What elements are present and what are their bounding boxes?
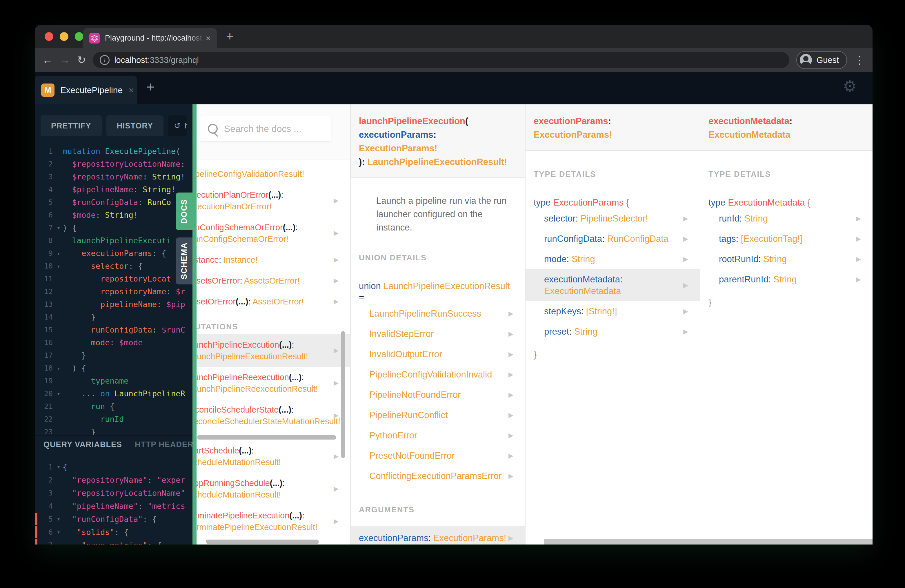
fold-arrow-icon[interactable]: ▾: [54, 387, 63, 400]
playground-new-tab-button[interactable]: +: [146, 79, 154, 95]
list-item-assetsOrError[interactable]: assetsOrError: AssetsOrError!▶: [197, 270, 350, 291]
field-description: Launch a pipeline run via the run launch…: [376, 194, 513, 234]
union-member-InvalidStepError[interactable]: InvalidStepError▶: [351, 324, 525, 344]
fold-gutter: [54, 234, 63, 247]
list-item-instance[interactable]: instance: Instance!▶: [197, 250, 350, 270]
browser-tab-title: Playground - http://localhost:3: [105, 33, 204, 43]
fold-arrow-icon[interactable]: ▾: [54, 461, 63, 474]
playground-tab-close-icon[interactable]: ×: [129, 85, 134, 96]
code-line: 1▾{: [35, 461, 192, 474]
zoom-window-button[interactable]: [75, 32, 84, 41]
list-item-stopRunningSchedule[interactable]: stopRunningSchedule(...): ScheduleMutati…: [197, 473, 350, 505]
union-member-InvalidOutputError[interactable]: InvalidOutputError▶: [351, 344, 525, 364]
fold-gutter: [54, 349, 63, 362]
site-info-icon[interactable]: i: [100, 55, 110, 65]
browser-tab-close-icon[interactable]: ×: [205, 33, 211, 43]
reload-icon[interactable]: ↻: [77, 55, 86, 65]
list-item-assetOrError[interactable]: assetOrError(...): AssetOrError!▶: [197, 291, 350, 312]
prettify-button[interactable]: PRETTIFY: [41, 115, 102, 136]
endpoint-input[interactable]: ↺ http://loc: [168, 115, 187, 136]
expand-arrow-icon: ▶: [508, 308, 513, 319]
fold-arrow-icon[interactable]: ▾: [54, 539, 63, 545]
back-icon[interactable]: ←: [42, 55, 53, 65]
tab-docs[interactable]: DOCS: [176, 192, 192, 230]
union-member-PresetNotFoundError[interactable]: PresetNotFoundError▶: [351, 446, 525, 466]
code-line: 8 launchPipelineExecuti: [35, 234, 192, 247]
fold-arrow-icon[interactable]: ▾: [54, 513, 63, 526]
list-item-terminatePipelineExecution[interactable]: terminatePipelineExecution(...): Termina…: [197, 505, 350, 537]
new-tab-button[interactable]: +: [226, 30, 233, 43]
fold-gutter: [54, 413, 63, 426]
browser-tab[interactable]: Playground - http://localhost:3 ×: [83, 28, 217, 48]
field-selector[interactable]: selector: PipelineSelector!▶: [526, 208, 700, 229]
docs-column-root: Search the docs ... PipelineConfigValida…: [197, 104, 351, 545]
list-item-startSchedule[interactable]: startSchedule(...): ScheduleMutationResu…: [197, 440, 350, 473]
tab-schema[interactable]: SCHEMA: [176, 237, 192, 284]
field-executionMetadata[interactable]: executionMetadata:ExecutionMetadata▶: [526, 269, 700, 301]
docs-vertical-scrollbar[interactable]: [341, 331, 345, 458]
argument-row[interactable]: executionParams: ExecutionParams!▶: [351, 526, 525, 545]
profile-button[interactable]: Guest: [796, 51, 847, 69]
endpoint-reload-icon[interactable]: ↺: [174, 121, 181, 130]
field-mode[interactable]: mode: String▶: [526, 249, 700, 269]
browser-menu-icon[interactable]: ⋮: [854, 54, 865, 67]
field-runConfigData[interactable]: runConfigData: RunConfigData▶: [526, 229, 700, 249]
union-member-LaunchPipelineRunSuccess[interactable]: LaunchPipelineRunSuccess▶: [351, 304, 525, 324]
variables-editor[interactable]: 1▾{2 "repositoryName": "exper3 "reposito…: [35, 461, 192, 545]
line-number: 6: [35, 526, 54, 539]
close-window-button[interactable]: [44, 32, 53, 41]
tab-query-variables[interactable]: QUERY VARIABLES: [43, 440, 122, 449]
line-number: 22: [35, 413, 54, 426]
fold-arrow-icon[interactable]: ▾: [54, 362, 63, 375]
address-bar[interactable]: i localhost:3333/graphql: [93, 52, 789, 68]
code-line: 5 $runConfigData: RunCo: [35, 196, 192, 209]
field-tags[interactable]: tags: [ExecutionTag!]▶: [700, 229, 873, 249]
list-item-runConfigSchemaOrError[interactable]: runConfigSchemaOrError(...): RunConfigSc…: [197, 217, 350, 250]
expand-arrow-icon: ▶: [333, 345, 338, 356]
list-item-executionPlanOrError[interactable]: executionPlanOrError(...): ExecutionPlan…: [197, 184, 350, 217]
union-member-PipelineConfigValidationInvalid[interactable]: PipelineConfigValidationInvalid▶: [351, 364, 525, 385]
field-preset[interactable]: preset: String▶: [526, 321, 700, 342]
docs-panel-edge[interactable]: [192, 104, 197, 545]
list-item[interactable]: PipelineConfigValidationResult!: [197, 164, 350, 184]
field-stepKeys[interactable]: stepKeys: [String!]▶: [526, 301, 700, 321]
history-button[interactable]: HISTORY: [106, 115, 164, 136]
docs-horizontal-scrollbar[interactable]: [206, 540, 319, 544]
minimize-window-button[interactable]: [60, 32, 68, 41]
settings-gear-icon[interactable]: ⚙: [843, 78, 857, 94]
playground-tab[interactable]: M ExecutePipeline ×: [35, 76, 137, 104]
fold-gutter: [54, 474, 63, 486]
field-rootRunId[interactable]: rootRunId: String▶: [700, 249, 873, 269]
query-editor[interactable]: 1mutation ExecutePipeline(2 $repositoryL…: [35, 145, 192, 439]
field-parentRunId[interactable]: parentRunId: String▶: [700, 269, 873, 290]
union-member-PipelineRunConflict[interactable]: PipelineRunConflict▶: [351, 405, 525, 425]
fold-arrow-icon[interactable]: ▾: [54, 526, 63, 539]
fold-gutter: [54, 375, 63, 387]
code-line: 19 __typename: [35, 375, 192, 387]
union-member-PipelineNotFoundError[interactable]: PipelineNotFoundError▶: [351, 385, 525, 405]
forward-icon[interactable]: →: [60, 55, 70, 65]
code-line: 20▾ ... on LaunchPipelineR: [35, 387, 192, 400]
code-line: 11 repositoryLocat: [35, 273, 192, 285]
horizontal-scrollbar[interactable]: [197, 435, 336, 440]
list-item-launchPipelineReexecution[interactable]: launchPipelineReexecution(...): LaunchPi…: [197, 367, 350, 399]
union-member-PythonError[interactable]: PythonError▶: [351, 425, 525, 446]
fold-arrow-icon[interactable]: ▾: [54, 247, 63, 260]
expand-arrow-icon: ▶: [508, 348, 513, 360]
list-item-launchPipelineExecution[interactable]: launchPipelineExecution(...): LaunchPipe…: [197, 334, 350, 367]
field-runId[interactable]: runId: String▶: [700, 208, 873, 229]
fold-arrow-icon[interactable]: ▾: [54, 221, 63, 234]
docs-bottom-scrollbar[interactable]: [544, 539, 873, 545]
union-member-ConflictingExecutionParamsError[interactable]: ConflictingExecutionParamsError▶: [351, 466, 525, 486]
code-line: 12 repositoryName: $r: [35, 285, 192, 298]
line-number: 21: [35, 400, 54, 413]
closing-brace: }: [526, 350, 700, 360]
fold-arrow-icon[interactable]: ▾: [54, 260, 63, 273]
expand-arrow-icon: ▶: [508, 409, 513, 421]
docs-search-input[interactable]: Search the docs ...: [200, 116, 331, 141]
list-item-reconcileSchedulerState[interactable]: reconcileSchedulerState(...): ReconcileS…: [197, 399, 350, 432]
tab-http-headers[interactable]: HTTP HEADERS: [135, 440, 192, 449]
expand-arrow-icon: ▶: [333, 275, 338, 286]
error-marker: [35, 526, 37, 538]
expand-arrow-icon: ▶: [333, 296, 338, 307]
